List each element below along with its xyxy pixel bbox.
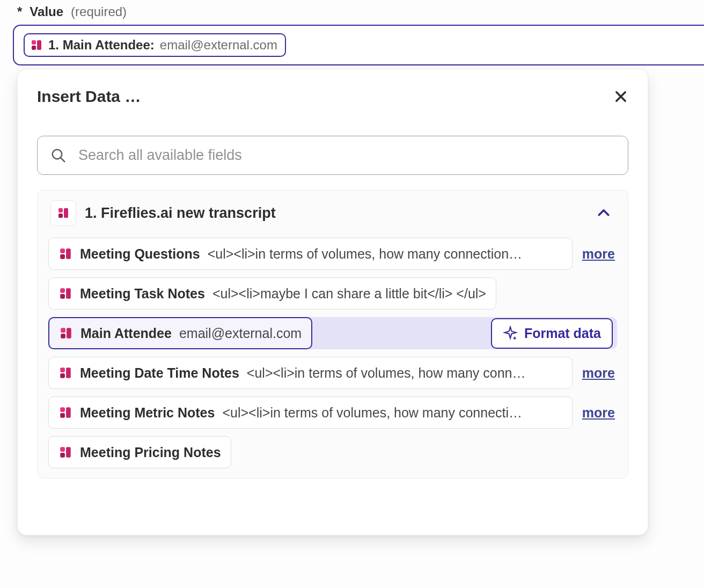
field-row: Meeting Metric Notes<ul><li>in terms of … bbox=[48, 396, 617, 429]
value-pill-value: email@external.com bbox=[160, 38, 277, 53]
field-item[interactable]: Meeting Questions<ul><li>in terms of vol… bbox=[48, 238, 573, 270]
value-pill-name: 1. Main Attendee: bbox=[48, 38, 155, 53]
close-icon[interactable] bbox=[613, 89, 628, 104]
field-name: Meeting Task Notes bbox=[80, 286, 205, 302]
field-name: Meeting Metric Notes bbox=[80, 405, 215, 421]
field-name: Meeting Date Time Notes bbox=[80, 365, 239, 381]
fireflies-icon bbox=[30, 39, 43, 52]
app-icon-box bbox=[50, 200, 76, 226]
field-row: Meeting Pricing Notes bbox=[48, 436, 617, 468]
fireflies-icon bbox=[58, 366, 72, 380]
more-link[interactable]: more bbox=[573, 405, 617, 421]
section-header[interactable]: 1. Fireflies.ai new transcript bbox=[48, 198, 617, 232]
field-name: Main Attendee bbox=[80, 326, 172, 341]
field-value: <ul><li>in terms of volumes, how many co… bbox=[208, 246, 522, 262]
insert-data-panel: Insert Data … 1. Fireflies.ai new transc… bbox=[17, 69, 648, 535]
value-pill[interactable]: 1. Main Attendee: email@external.com bbox=[24, 33, 286, 57]
panel-title: Insert Data … bbox=[37, 87, 141, 106]
fireflies-icon bbox=[59, 326, 73, 340]
section-title: 1. Fireflies.ai new transcript bbox=[85, 205, 587, 222]
field-item[interactable]: Meeting Pricing Notes bbox=[48, 436, 231, 468]
more-link[interactable]: more bbox=[573, 246, 617, 262]
field-value: <ul><li>in terms of volumes, how many co… bbox=[247, 365, 526, 381]
field-item[interactable]: Meeting Date Time Notes<ul><li>in terms … bbox=[48, 357, 573, 389]
field-label-row: * Value (required) bbox=[0, 0, 704, 21]
sparkle-icon bbox=[503, 326, 518, 341]
search-input[interactable] bbox=[78, 147, 615, 164]
field-row: Meeting Task Notes<ul><li>maybe I can sh… bbox=[48, 277, 617, 310]
field-row: Main Attendeeemail@external.comFormat da… bbox=[48, 317, 617, 349]
chevron-up-icon[interactable] bbox=[596, 205, 612, 221]
field-item[interactable]: Meeting Metric Notes<ul><li>in terms of … bbox=[48, 396, 573, 429]
format-data-label: Format data bbox=[524, 326, 601, 341]
more-link[interactable]: more bbox=[573, 365, 617, 381]
value-input[interactable]: 1. Main Attendee: email@external.com bbox=[13, 25, 704, 65]
field-value: <ul><li>maybe I can share a little bit</… bbox=[212, 286, 486, 302]
fireflies-icon bbox=[58, 247, 72, 261]
field-label: Value bbox=[30, 4, 63, 19]
fireflies-icon bbox=[58, 286, 72, 300]
search-box[interactable] bbox=[37, 136, 628, 175]
fireflies-icon bbox=[57, 206, 70, 220]
required-asterisk: * bbox=[17, 4, 22, 19]
format-data-button[interactable]: Format data bbox=[491, 318, 613, 349]
field-item[interactable]: Main Attendeeemail@external.com bbox=[48, 317, 312, 349]
field-row: Meeting Questions<ul><li>in terms of vol… bbox=[48, 238, 617, 270]
field-required-text: (required) bbox=[71, 4, 127, 19]
search-icon bbox=[50, 148, 67, 164]
field-name: Meeting Pricing Notes bbox=[80, 445, 221, 460]
field-item[interactable]: Meeting Task Notes<ul><li>maybe I can sh… bbox=[48, 277, 496, 310]
fireflies-icon bbox=[58, 445, 72, 459]
field-row: Meeting Date Time Notes<ul><li>in terms … bbox=[48, 357, 617, 389]
data-source-section: 1. Fireflies.ai new transcript Meeting Q… bbox=[37, 190, 628, 479]
field-name: Meeting Questions bbox=[80, 246, 200, 262]
field-value: <ul><li>in terms of volumes, how many co… bbox=[222, 405, 522, 421]
fireflies-icon bbox=[58, 406, 72, 420]
field-value: email@external.com bbox=[179, 326, 302, 341]
